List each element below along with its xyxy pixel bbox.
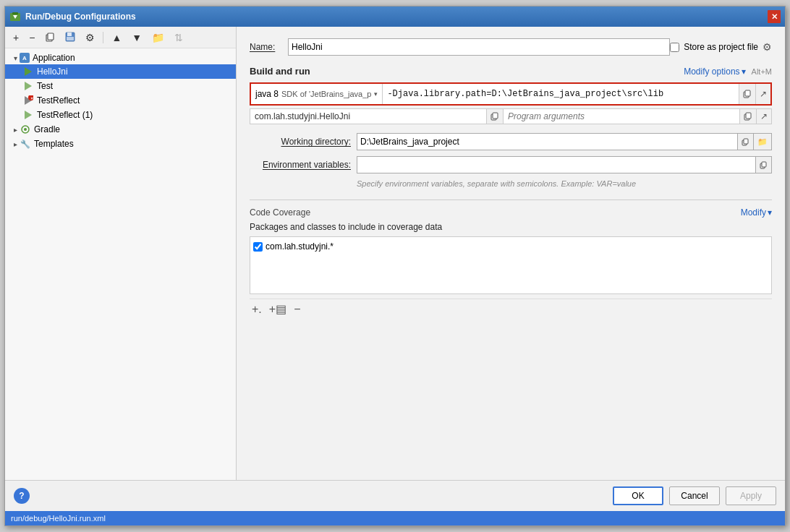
move-button[interactable]: 📁 xyxy=(148,30,168,45)
chevron-right-icon: ▸ xyxy=(11,126,20,134)
coverage-modify-label: Modify xyxy=(741,207,766,218)
sidebar: + − ⚙ ▲ ▼ xyxy=(5,27,237,480)
sdk-label: java 8 xyxy=(255,89,279,99)
help-button[interactable]: ? xyxy=(14,488,30,504)
close-button[interactable]: ✕ xyxy=(768,10,781,23)
tree-item-label: Application xyxy=(33,53,75,63)
tree-item-label: HelloJni xyxy=(37,66,68,77)
vm-options-input[interactable] xyxy=(383,84,739,104)
status-bar: run/debug/HelloJni.run.xml xyxy=(5,511,785,525)
run-icon xyxy=(22,66,34,77)
ok-button[interactable]: OK xyxy=(613,486,663,505)
svg-rect-19 xyxy=(493,113,498,119)
working-dir-input[interactable] xyxy=(357,133,738,150)
right-panel: Name: Store as project file ⚙ Build and … xyxy=(237,27,785,480)
program-args-copy-button[interactable] xyxy=(739,109,756,124)
store-gear-icon[interactable]: ⚙ xyxy=(763,41,772,53)
add-package-button[interactable]: +. xyxy=(250,303,264,316)
chevron-down-icon: ▾ xyxy=(11,54,20,62)
code-coverage-header: Code Coverage Modify ▾ xyxy=(250,207,772,218)
section-divider xyxy=(250,200,772,200)
gradle-icon xyxy=(20,124,31,135)
run-debug-dialog: Run/Debug Configurations ✕ + − xyxy=(4,6,786,526)
tree-item-label: Gradle xyxy=(34,124,60,134)
main-class-value: com.lah.studyjni.HelloJni xyxy=(250,109,486,124)
code-coverage-title: Code Coverage xyxy=(250,207,310,218)
tree-item-hellojni[interactable]: HelloJni xyxy=(5,64,236,79)
svg-marker-13 xyxy=(25,111,32,119)
vm-options-expand-button[interactable]: ↗ xyxy=(755,84,770,104)
dialog-icon xyxy=(9,11,21,22)
name-area: Name: Store as project file ⚙ xyxy=(250,38,772,56)
run-with-error-icon: ✕ xyxy=(23,95,33,106)
vm-options-copy-button[interactable] xyxy=(739,84,755,104)
svg-marker-9 xyxy=(25,82,32,90)
tree-item-label: Templates xyxy=(34,139,74,149)
remove-config-button[interactable]: − xyxy=(25,30,38,45)
tree-item-label: TestReflect xyxy=(37,95,80,106)
modify-options-label: Modify options xyxy=(684,66,739,77)
coverage-item-checkbox[interactable] xyxy=(253,242,263,252)
env-hint: Specify environment variables, separate … xyxy=(357,179,772,188)
sdk-selector[interactable]: java 8 SDK of 'JetBrains_java_p ▾ xyxy=(251,84,383,104)
svg-rect-21 xyxy=(746,113,751,119)
copy-main-icon xyxy=(490,112,499,121)
settings-config-button[interactable]: ⚙ xyxy=(82,30,98,45)
toolbar-separator xyxy=(103,32,103,43)
tree-item-testreflect1[interactable]: TestReflect (1) xyxy=(5,108,236,122)
run-small-icon xyxy=(23,81,33,91)
cancel-button[interactable]: Cancel xyxy=(669,486,720,505)
coverage-list-item: com.lah.studyjni.* xyxy=(253,240,768,253)
coverage-item-value: com.lah.studyjni.* xyxy=(266,241,334,252)
gradle-wrench-icon xyxy=(20,124,30,134)
application-icon: A xyxy=(20,53,30,63)
copy-icon xyxy=(45,32,55,42)
program-args-input[interactable] xyxy=(504,109,739,124)
tree-item-gradle[interactable]: ▸ Gradle xyxy=(5,122,236,137)
svg-marker-8 xyxy=(25,67,32,76)
tree-item-testreflect[interactable]: ✕ TestReflect xyxy=(5,93,236,108)
chevron-modify-icon: ▾ xyxy=(742,66,746,77)
coverage-packages-label: Packages and classes to include in cover… xyxy=(250,222,772,232)
chevron-right2-icon: ▸ xyxy=(11,140,20,148)
store-as-project-checkbox[interactable] xyxy=(670,43,679,52)
working-dir-copy-button[interactable] xyxy=(738,133,754,150)
sdk-dropdown-icon: ▾ xyxy=(374,90,378,98)
tree-item-application[interactable]: ▾ A Application xyxy=(5,51,236,64)
arrow-up-button[interactable]: ▲ xyxy=(108,30,125,45)
modify-shortcut: Alt+M xyxy=(752,67,772,76)
save-config-button[interactable] xyxy=(61,30,79,46)
env-vars-label: Environment variables: xyxy=(250,160,351,170)
dialog-title: Run/Debug Configurations xyxy=(25,12,136,22)
copy-config-button[interactable] xyxy=(41,30,59,46)
env-vars-row: Environment variables: xyxy=(250,156,772,173)
wrench-icon: 🔧 xyxy=(20,138,31,150)
run-error-icon: ✕ xyxy=(22,95,34,106)
main-class-copy-button[interactable] xyxy=(486,109,503,124)
sort-button[interactable]: ⇅ xyxy=(171,30,187,45)
svg-rect-4 xyxy=(48,33,54,40)
save-icon xyxy=(65,32,75,42)
coverage-modify-button[interactable]: Modify ▾ xyxy=(741,207,772,218)
apply-button[interactable]: Apply xyxy=(726,486,776,505)
remove-coverage-button[interactable]: − xyxy=(292,303,302,316)
run-green-icon xyxy=(23,66,33,77)
bottom-bar: ? OK Cancel Apply xyxy=(5,480,785,511)
svg-rect-25 xyxy=(762,162,766,167)
add-class-button[interactable]: +▤ xyxy=(267,302,289,316)
env-vars-input[interactable] xyxy=(357,156,756,173)
coverage-modify-chevron-icon: ▾ xyxy=(768,207,772,218)
name-input[interactable] xyxy=(288,38,670,56)
store-as-project-label: Store as project file xyxy=(684,42,758,52)
working-dir-browse-button[interactable]: 📁 xyxy=(754,133,772,150)
env-vars-copy-button[interactable] xyxy=(756,156,772,173)
program-args-expand-button[interactable]: ↗ xyxy=(756,109,771,124)
working-dir-label: Working directory: xyxy=(250,137,351,147)
copy-small-icon xyxy=(743,90,752,98)
modify-options-button[interactable]: Modify options ▾ xyxy=(684,66,745,77)
tree-item-templates[interactable]: ▸ 🔧 Templates xyxy=(5,137,236,151)
add-config-button[interactable]: + xyxy=(9,30,22,45)
arrow-down-button[interactable]: ▼ xyxy=(128,30,145,45)
tree-item-test[interactable]: Test xyxy=(5,79,236,93)
svg-text:✕: ✕ xyxy=(30,96,33,100)
